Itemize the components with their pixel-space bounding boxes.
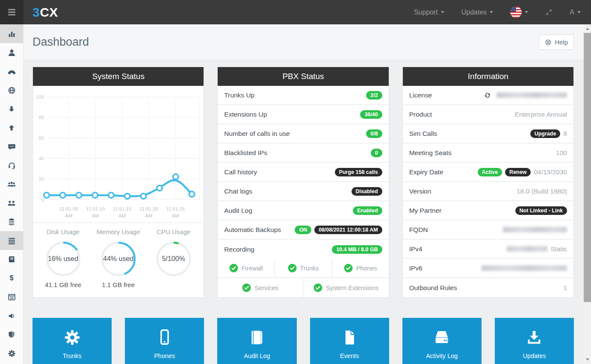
vertical-scrollbar[interactable] xyxy=(584,24,591,364)
sidebar-item-phone[interactable] xyxy=(0,62,23,81)
sidebar-item-shield[interactable] xyxy=(0,325,23,344)
tile-activity-log[interactable]: Activity Log xyxy=(402,318,482,364)
user-menu[interactable]: A xyxy=(570,9,581,16)
gauge-label: Disk Usage xyxy=(35,228,91,235)
gauge-label: CPU Usage xyxy=(146,228,201,235)
svg-text:$: $ xyxy=(9,274,13,282)
information-title: Information xyxy=(403,67,573,86)
bar-chart-icon xyxy=(8,30,16,38)
pbx-status-title: PBX Status xyxy=(218,67,388,86)
svg-text:0: 0 xyxy=(41,197,44,202)
redacted-value xyxy=(507,246,547,252)
check-label: Services xyxy=(254,285,278,291)
sidebar-item-arrow-down[interactable] xyxy=(0,100,23,118)
sidebar-item-users-group[interactable] xyxy=(0,194,23,212)
pbx-row-chat-logs: Chat logsDisabled xyxy=(218,182,388,201)
health-check-trunks: Trunks xyxy=(275,259,332,277)
row-value: 04/13/2030 xyxy=(534,168,567,176)
action-badge[interactable]: Not Linked - Link xyxy=(515,206,567,215)
pbx-row-recording: Recording10.4 MB / 8.0 GB xyxy=(218,240,388,259)
info-row-expiry-date: Expiry DateActiveRenew04/13/2030 xyxy=(403,163,573,182)
sidebar-item-report[interactable] xyxy=(0,288,23,306)
tile-trunks[interactable]: Trunks xyxy=(33,318,112,364)
help-button[interactable]: Help xyxy=(539,35,574,50)
check-label: Firewall xyxy=(242,265,263,272)
check-circle-icon xyxy=(344,264,353,273)
gear-icon xyxy=(8,349,16,358)
sidebar-item-bar-chart[interactable] xyxy=(0,24,23,43)
expand-icon xyxy=(545,9,553,16)
row-label: Meeting Seats xyxy=(409,149,556,157)
page-title: Dashboard xyxy=(33,35,89,49)
arrow-down-icon xyxy=(8,105,15,113)
fullscreen-button[interactable] xyxy=(545,9,553,16)
support-menu[interactable]: Support xyxy=(414,9,444,16)
chevron-down-icon xyxy=(577,11,581,13)
redacted-value xyxy=(503,227,567,232)
gauge-label: Memory Usage xyxy=(91,228,146,235)
info-row-sim-calls: Sim CallsUpgrade8 xyxy=(403,124,573,144)
status-badge: Enabled xyxy=(353,206,382,215)
tile-events[interactable]: Events xyxy=(310,318,389,364)
file-icon xyxy=(341,329,358,346)
language-menu[interactable] xyxy=(510,6,528,18)
svg-text:80: 80 xyxy=(38,115,44,120)
health-check-system-extensions: System Extensions xyxy=(304,278,389,297)
gauge-subtext: 1.1 GB free xyxy=(91,281,146,289)
status-badge: ON xyxy=(295,226,311,234)
gauge-disk-usage: Disk Usage16% used41.1 GB free xyxy=(35,228,91,297)
chevron-down-icon xyxy=(441,11,444,13)
refresh-icon[interactable] xyxy=(484,92,491,99)
action-badge[interactable]: Purge 158 calls xyxy=(335,168,382,176)
scrollbar-thumb[interactable] xyxy=(584,33,591,302)
row-label: My Partner xyxy=(409,207,515,214)
status-badge: 0/8 xyxy=(366,129,382,138)
sidebar-item-headset[interactable] xyxy=(0,156,23,175)
gauge-memory-usage: Memory Usage44% used1.1 GB free xyxy=(91,228,146,297)
sidebar-item-users[interactable] xyxy=(0,175,23,194)
info-row-my-partner: My PartnerNot Linked - Link xyxy=(403,201,573,220)
check-label: Phones xyxy=(356,265,377,272)
check-circle-icon xyxy=(313,283,322,292)
sidebar-item-chat[interactable] xyxy=(0,137,23,156)
sidebar-item-globe[interactable] xyxy=(0,81,23,100)
sidebar-item-user[interactable] xyxy=(0,43,23,62)
svg-text:60: 60 xyxy=(38,135,44,141)
row-label: Expiry Date xyxy=(409,168,478,176)
sidebar-item-list[interactable] xyxy=(0,231,23,250)
user-icon xyxy=(8,49,16,57)
scrollbar-down-arrow[interactable] xyxy=(584,356,591,363)
sidebar-item-notebook[interactable] xyxy=(0,250,23,269)
logo-3cx: 3CX xyxy=(33,5,58,20)
life-ring-icon xyxy=(545,39,552,46)
tile-phones[interactable]: Phones xyxy=(125,318,204,364)
sidebar-item-speaker[interactable] xyxy=(0,306,23,325)
row-label: Recording xyxy=(224,246,332,253)
sidebar-item-database[interactable] xyxy=(0,212,23,231)
health-check-phones: Phones xyxy=(332,259,389,277)
row-label: IPv4 xyxy=(409,245,507,253)
scrollbar-up-arrow[interactable] xyxy=(584,25,591,32)
gauge-subtext xyxy=(146,281,201,289)
status-badge: 10.4 MB / 8.0 GB xyxy=(332,245,382,254)
tile-audit-log[interactable]: Audit Log xyxy=(217,318,296,364)
main-content: Dashboard Help System Status 02040608010… xyxy=(24,24,584,364)
action-badge[interactable]: Disabled xyxy=(352,187,382,196)
action-badge[interactable]: Upgrade xyxy=(530,129,561,138)
tile-label: Activity Log xyxy=(426,352,458,359)
sidebar-item-gear[interactable] xyxy=(0,344,23,363)
sidebar-item-dollar[interactable]: $ xyxy=(0,269,23,288)
action-badge[interactable]: Renew xyxy=(505,168,531,176)
help-button-label: Help xyxy=(555,38,568,46)
gear-icon xyxy=(64,329,81,346)
updates-menu[interactable]: Updates xyxy=(461,9,493,16)
smartphone-icon xyxy=(156,329,174,346)
svg-text:AM: AM xyxy=(118,213,126,218)
hamburger-menu-button[interactable] xyxy=(0,0,24,24)
row-label: Call history xyxy=(224,168,334,176)
speaker-icon xyxy=(8,312,16,320)
svg-text:11:51:15: 11:51:15 xyxy=(113,206,132,211)
tile-updates[interactable]: Updates xyxy=(495,318,574,364)
sidebar-item-arrow-up[interactable] xyxy=(0,118,23,137)
action-badge[interactable]: 08/08/2021 12:00:18 AM xyxy=(314,226,382,234)
